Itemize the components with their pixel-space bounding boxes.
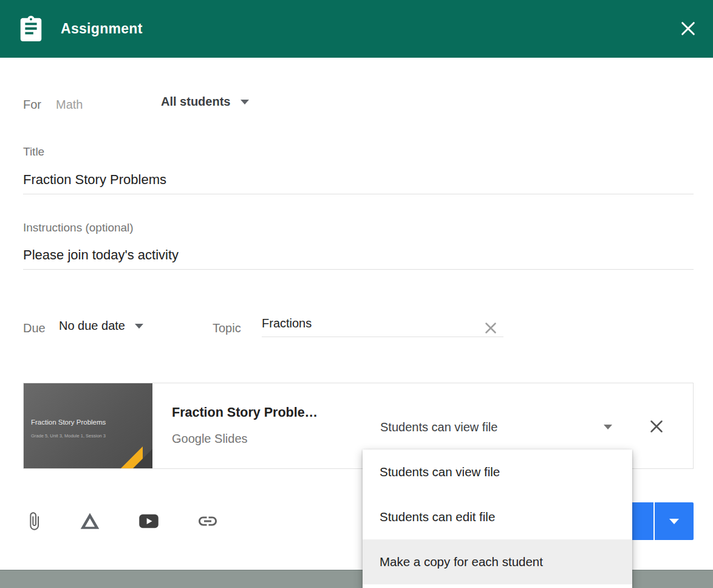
due-date-value: No due date: [59, 319, 125, 333]
topic-input[interactable]: [262, 316, 503, 337]
attachment-name: Fraction Story Proble…: [172, 405, 318, 420]
audience-value: All students: [161, 95, 230, 109]
dialog-title: Assignment: [61, 0, 143, 58]
permission-value: Students can view file: [380, 420, 497, 434]
title-input[interactable]: [23, 172, 694, 194]
for-label: For: [23, 98, 41, 112]
chevron-down-icon: [604, 425, 612, 429]
youtube-icon[interactable]: [134, 507, 163, 536]
title-label: Title: [23, 145, 44, 159]
permission-menu: Students can view file Students can edit…: [363, 450, 632, 588]
attach-file-icon[interactable]: [19, 507, 49, 536]
audience-dropdown[interactable]: All students: [161, 95, 249, 109]
thumbnail-subtitle: Grade 5, Unit 3, Module 1, Session 3: [31, 433, 106, 439]
assignment-clipboard-icon: [17, 15, 45, 43]
assign-options-dropdown[interactable]: [655, 502, 694, 540]
chevron-down-icon: [135, 324, 143, 329]
instructions-label: Instructions (optional): [23, 221, 134, 234]
topic-clear-icon[interactable]: [479, 317, 502, 340]
assignment-dialog: Assignment For Math All students Title I…: [0, 0, 713, 588]
attachment-thumbnail[interactable]: Fraction Story Problems Grade 5, Unit 3,…: [24, 383, 152, 468]
menu-item-students-can-view[interactable]: Students can view file: [363, 450, 632, 494]
permission-dropdown[interactable]: Students can view file: [380, 417, 612, 437]
menu-item-make-a-copy[interactable]: Make a copy for each student: [363, 539, 632, 584]
due-label: Due: [23, 321, 46, 335]
dialog-header: Assignment: [0, 0, 713, 58]
google-drive-icon[interactable]: [75, 507, 104, 536]
due-date-dropdown[interactable]: No due date: [59, 319, 143, 333]
menu-item-students-can-edit[interactable]: Students can edit file: [363, 494, 632, 539]
topic-label: Topic: [213, 321, 241, 335]
chevron-down-icon: [241, 100, 249, 104]
slide-decoration-dark: [133, 449, 152, 468]
attachment-type: Google Slides: [172, 432, 248, 446]
insert-link-icon[interactable]: [193, 507, 222, 536]
instructions-input[interactable]: [23, 247, 694, 270]
course-name: Math: [56, 98, 83, 112]
thumbnail-title: Fraction Story Problems: [31, 419, 106, 426]
close-icon[interactable]: [678, 19, 698, 39]
remove-attachment-icon[interactable]: [644, 415, 669, 439]
chevron-down-icon: [669, 519, 679, 524]
